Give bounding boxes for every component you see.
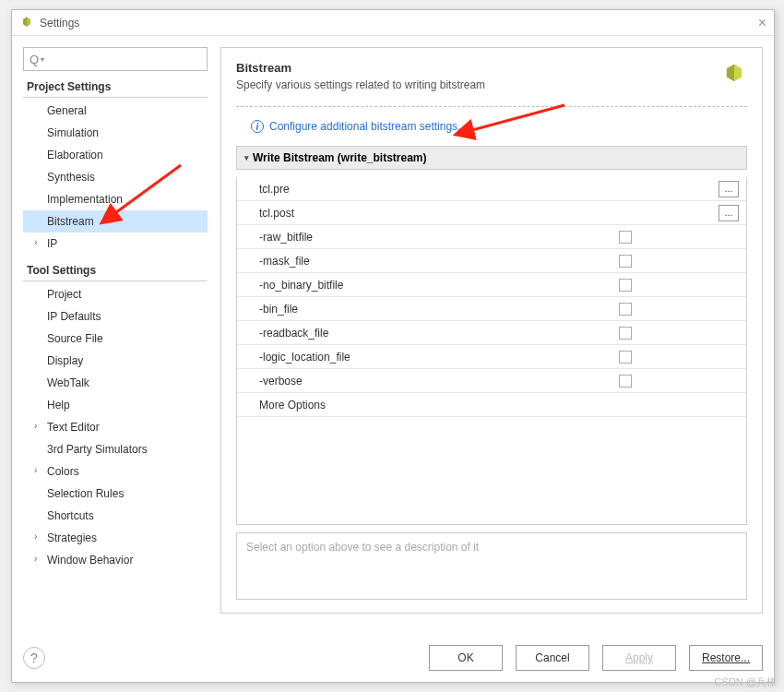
help-button[interactable]: ? — [23, 647, 45, 669]
sidebar-item-label: Strategies — [47, 531, 97, 544]
sidebar-item-label: Source File — [47, 332, 103, 345]
configure-link[interactable]: i Configure additional bitstream setting… — [251, 120, 747, 133]
sidebar-item-label: Simulation — [47, 126, 99, 139]
settings-row[interactable]: tcl.pre... — [237, 177, 746, 201]
checkbox[interactable] — [619, 351, 632, 364]
setting-label: More Options — [237, 399, 514, 412]
sidebar: Q▾ Project SettingsGeneralSimulationElab… — [23, 47, 208, 614]
chevron-down-icon: ▾ — [244, 153, 249, 162]
sidebar-item-label: IP Defaults — [47, 310, 101, 323]
checkbox[interactable] — [619, 327, 632, 340]
setting-label: -readback_file — [237, 327, 514, 340]
settings-table: tcl.pre...tcl.post...-raw_bitfile-mask_f… — [236, 177, 747, 525]
sidebar-item-ip-defaults[interactable]: IP Defaults — [23, 305, 208, 328]
brand-icon — [721, 61, 747, 87]
settings-row[interactable]: -mask_file — [237, 249, 746, 273]
sidebar-item-simulation[interactable]: Simulation — [23, 122, 208, 144]
search-icon: Q — [30, 53, 39, 66]
setting-label: -bin_file — [237, 303, 514, 316]
sidebar-item-webtalk[interactable]: WebTalk — [23, 372, 208, 394]
sidebar-item-label: Colors — [47, 465, 79, 478]
sidebar-item-label: IP — [47, 237, 57, 250]
sidebar-item-text-editor[interactable]: ›Text Editor — [23, 416, 208, 438]
sidebar-item-display[interactable]: Display — [23, 350, 208, 372]
sidebar-item-label: General — [47, 104, 87, 117]
section-header[interactable]: ▾ Write Bitstream (write_bitstream) — [236, 146, 747, 170]
settings-row[interactable]: tcl.post... — [237, 201, 746, 225]
setting-label: -logic_location_file — [237, 351, 514, 364]
sidebar-item-project[interactable]: Project — [23, 283, 208, 305]
sidebar-item-label: Synthesis — [47, 171, 95, 184]
sidebar-item-label: Display — [47, 354, 83, 367]
sidebar-item-label: WebTalk — [47, 376, 89, 389]
settings-row[interactable]: -verbose — [237, 369, 746, 393]
chevron-right-icon: › — [34, 465, 37, 475]
apply-button: Apply — [602, 645, 676, 671]
sidebar-item-label: Shortcuts — [47, 509, 94, 522]
setting-label: tcl.post — [237, 207, 514, 220]
window-title: Settings — [40, 17, 79, 30]
checkbox[interactable] — [619, 279, 632, 292]
settings-row[interactable]: -bin_file — [237, 297, 746, 321]
section-title: Write Bitstream (write_bitstream) — [253, 151, 427, 164]
nav-group-title: Tool Settings — [23, 255, 208, 281]
setting-label: -mask_file — [237, 255, 514, 268]
sidebar-item-label: Help — [47, 399, 70, 412]
settings-row[interactable]: -logic_location_file — [237, 345, 746, 369]
sidebar-item-colors[interactable]: ›Colors — [23, 460, 208, 483]
sidebar-item-bitstream[interactable]: Bitstream — [23, 210, 208, 233]
sidebar-item-label: Bitstream — [47, 215, 94, 228]
setting-label: -raw_bitfile — [237, 231, 514, 244]
checkbox[interactable] — [619, 303, 632, 316]
sidebar-item-source-file[interactable]: Source File — [23, 328, 208, 350]
settings-row[interactable]: -raw_bitfile — [237, 225, 746, 249]
checkbox[interactable] — [619, 255, 632, 268]
cancel-button[interactable]: Cancel — [516, 645, 589, 671]
close-icon[interactable]: × — [758, 15, 766, 31]
sidebar-item-label: 3rd Party Simulators — [47, 443, 148, 456]
chevron-right-icon: › — [34, 531, 37, 542]
restore-button[interactable]: Restore... — [689, 645, 763, 671]
ok-button[interactable]: OK — [429, 645, 503, 671]
sidebar-item-label: Project — [47, 288, 81, 301]
settings-row[interactable]: -readback_file — [237, 321, 746, 345]
sidebar-item-label: Text Editor — [47, 421, 100, 434]
sidebar-item-synthesis[interactable]: Synthesis — [23, 166, 208, 188]
app-icon — [19, 16, 34, 30]
nav-group-title: Project Settings — [23, 71, 208, 98]
sidebar-item-shortcuts[interactable]: Shortcuts — [23, 505, 208, 527]
sidebar-item-help[interactable]: Help — [23, 394, 208, 416]
sidebar-item-selection-rules[interactable]: Selection Rules — [23, 483, 208, 505]
sidebar-item-strategies[interactable]: ›Strategies — [23, 527, 208, 549]
browse-button[interactable]: ... — [719, 181, 739, 197]
setting-label: -verbose — [237, 375, 514, 388]
main-pane: Bitstream Specify various settings relat… — [220, 47, 763, 614]
checkbox[interactable] — [619, 375, 632, 388]
sidebar-item-label: Elaboration — [47, 149, 103, 161]
sidebar-item-label: Implementation — [47, 193, 123, 206]
sidebar-item-label: Window Behavior — [47, 554, 133, 567]
button-bar: ? OK Cancel Apply Restore... — [23, 645, 763, 671]
sidebar-item-elaboration[interactable]: Elaboration — [23, 144, 208, 166]
setting-label: -no_binary_bitfile — [237, 279, 514, 292]
watermark: CSDN @兵棒 — [715, 675, 777, 689]
divider — [236, 106, 747, 107]
chevron-down-icon: ▾ — [41, 55, 44, 64]
page-title: Bitstream — [236, 61, 721, 75]
chevron-right-icon: › — [34, 237, 37, 247]
configure-link-label: Configure additional bitstream settings. — [269, 120, 460, 133]
chevron-right-icon: › — [34, 421, 37, 431]
settings-row[interactable]: More Options — [237, 393, 746, 417]
browse-button[interactable]: ... — [719, 205, 739, 221]
sidebar-item-window-behavior[interactable]: ›Window Behavior — [23, 549, 208, 571]
sidebar-item-3rd-party-simulators[interactable]: 3rd Party Simulators — [23, 438, 208, 460]
checkbox[interactable] — [619, 231, 632, 244]
title-bar: Settings × — [12, 10, 774, 36]
sidebar-item-implementation[interactable]: Implementation — [23, 188, 208, 210]
sidebar-item-ip[interactable]: ›IP — [23, 233, 208, 255]
description-text: Select an option above to see a descript… — [246, 541, 479, 554]
setting-label: tcl.pre — [237, 183, 514, 196]
search-input[interactable]: Q▾ — [23, 47, 208, 71]
settings-row[interactable]: -no_binary_bitfile — [237, 273, 746, 297]
sidebar-item-general[interactable]: General — [23, 100, 208, 122]
